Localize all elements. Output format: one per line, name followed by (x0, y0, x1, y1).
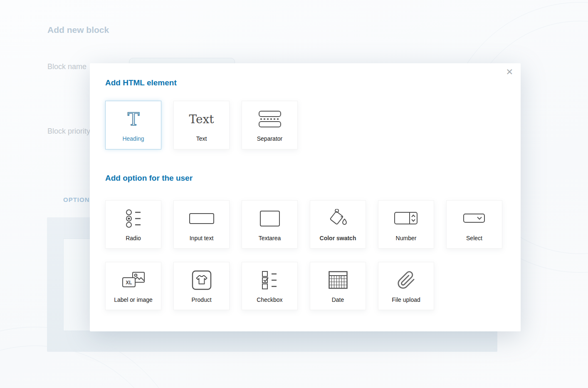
checkbox-icon (261, 269, 279, 291)
card-label: Select (466, 235, 482, 241)
card-label: Radio (126, 235, 141, 241)
options-section-title: Add option for the user (105, 174, 502, 183)
card-text[interactable]: Text Text (173, 101, 230, 149)
card-number[interactable]: Number (378, 200, 434, 249)
separator-icon (258, 108, 282, 130)
close-icon[interactable]: ✕ (506, 67, 513, 76)
card-label: Checkbox (257, 296, 282, 303)
select-icon (463, 208, 486, 229)
card-label: Color swatch (320, 235, 356, 241)
file-upload-icon (397, 269, 416, 291)
card-label: Product (191, 296, 211, 303)
card-file-upload[interactable]: File upload (378, 262, 434, 310)
card-label: Separator (257, 135, 282, 142)
text-icon: Text (189, 108, 214, 130)
card-date[interactable]: x Date (310, 262, 366, 310)
card-checkbox[interactable]: Checkbox (242, 262, 298, 310)
input-text-icon (189, 208, 215, 229)
card-label: File upload (392, 296, 420, 303)
block-name-label: Block name (47, 62, 86, 71)
card-label: Textarea (259, 235, 281, 241)
card-color-swatch[interactable]: Color swatch (310, 200, 366, 249)
textarea-icon (259, 208, 280, 229)
card-heading[interactable]: T Heading (105, 101, 161, 149)
color-swatch-icon (328, 208, 348, 229)
html-cards-row: T Heading Text Text (105, 101, 502, 149)
card-radio[interactable]: Radio (105, 200, 161, 249)
card-label: Date (332, 296, 344, 303)
card-textarea[interactable]: Textarea (242, 200, 298, 249)
block-priority-label: Block priority (47, 127, 90, 136)
card-label-or-image[interactable]: XL Label or image (105, 262, 161, 310)
card-separator[interactable]: Separator (242, 101, 298, 149)
options-section-label: OPTION (63, 196, 90, 203)
product-icon (192, 269, 212, 291)
add-element-modal: ✕ Add HTML element T Heading Text Text (90, 63, 521, 331)
card-product[interactable]: Product (173, 262, 230, 310)
label-or-image-icon: XL (121, 269, 146, 291)
page-background: Add new block Block name Block priority … (0, 0, 588, 388)
page-title: Add new block (47, 25, 109, 35)
card-label: Number (396, 235, 417, 241)
option-cards-row-1: Radio Input text Textarea (105, 200, 502, 249)
svg-text:XL: XL (126, 280, 132, 286)
number-icon (394, 208, 419, 229)
card-label: Input text (190, 235, 214, 241)
option-cards-row-2: XL Label or image Product (105, 262, 502, 310)
radio-icon (124, 208, 143, 229)
date-icon: x (328, 269, 348, 291)
card-label: Text (196, 135, 207, 142)
card-select[interactable]: Select (446, 200, 502, 249)
svg-text:x: x (339, 275, 341, 279)
card-input-text[interactable]: Input text (173, 200, 230, 249)
card-label: Label or image (114, 296, 153, 303)
card-label: Heading (122, 135, 144, 142)
html-section-title: Add HTML element (105, 78, 502, 87)
heading-icon: T (125, 108, 142, 130)
svg-text:T: T (127, 109, 139, 129)
